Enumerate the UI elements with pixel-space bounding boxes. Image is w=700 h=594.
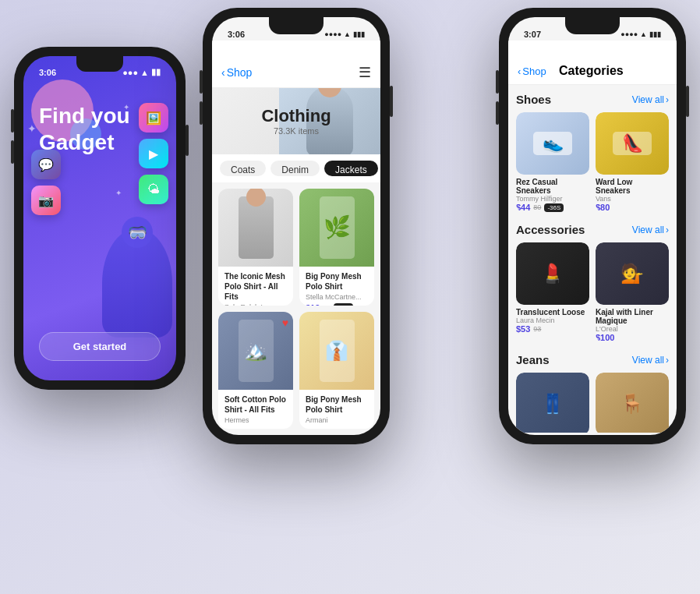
product-card-4: 👔 Big Pony Mesh Polo Shirt Armani xyxy=(299,312,374,429)
jeans-items: 👖 Kajal with Liner Magique L'Oreal $93 xyxy=(516,373,669,433)
accessories-view-all[interactable]: View all › xyxy=(632,225,669,235)
notch-right xyxy=(565,17,620,34)
product-brand-1: Polo Ralph Lauren xyxy=(224,303,287,306)
product-card-2: 🌿 Big Pony Mesh Polo Shirt Stella McCart… xyxy=(299,189,374,306)
signal-right: ●●●● ▲ ▮▮▮ xyxy=(620,30,661,38)
product-name-4: Big Pony Mesh Polo Shirt xyxy=(306,394,368,415)
product-brand-2: Stella McCartne... xyxy=(306,293,368,301)
acc-price-1: $53 93 xyxy=(516,324,589,334)
banner-text: Clothing 73.3K items xyxy=(261,106,331,136)
icon-camera: 📷 xyxy=(31,186,61,215)
signal-mid: ●●●● ▲ ▮▮▮ xyxy=(324,30,365,38)
icon-weather: 🌤 xyxy=(139,175,168,204)
product-price-2: $12 81 -69S xyxy=(306,303,368,306)
back-button-mid[interactable]: ‹ Shop xyxy=(221,66,252,79)
phone-right: 3:07 ●●●● ▲ ▮▮▮ ‹ Shop Categories xyxy=(499,8,686,444)
shoe-brand-2: Vans xyxy=(596,195,669,203)
filter-denim[interactable]: Denim xyxy=(270,161,320,176)
section-shoes: Shoes View all › 👟 Rez Casua xyxy=(516,93,669,212)
product-card-1: The Iconic Mesh Polo Shirt - All Fits Po… xyxy=(218,189,293,306)
filter-jackets[interactable]: Jackets xyxy=(324,161,378,176)
clothing-banner: Clothing 73.3K items xyxy=(212,88,380,154)
acc-brand-2: L'Oreal xyxy=(596,325,669,333)
shoes-title: Shoes xyxy=(516,93,551,106)
back-button-right[interactable]: ‹ Shop xyxy=(518,65,546,77)
product-name-2: Big Pony Mesh Polo Shirt xyxy=(306,271,368,292)
shoe-item-2: 👠 Ward Low Sneakers Vans $80 xyxy=(596,112,669,212)
heart-icon-3[interactable]: ♥ xyxy=(282,316,288,329)
section-accessories: Accessories View all › 💄 Tra xyxy=(516,223,669,342)
shoe-item-1: 👟 Rez Casual Sneakers Tommy Hilfiger $44… xyxy=(516,112,589,212)
acc-item-1: 💄 Translucent Loose Laura Mecin $53 93 xyxy=(516,242,589,342)
categories-title: Categories xyxy=(559,64,624,78)
vr-figure: 🥽 xyxy=(102,228,172,338)
back-chevron-right: ‹ xyxy=(518,65,521,77)
jeans-title: Jeans xyxy=(516,353,550,366)
signal-left: ●●● ▲ ▮▮ xyxy=(122,67,161,77)
acc-item-2: 💁 Kajal with Liner Magique L'Oreal $100 xyxy=(596,242,669,342)
time-mid: 3:06 xyxy=(228,30,245,39)
shoe-price-1: $44 80 -36S xyxy=(516,203,589,212)
product-info-4: Big Pony Mesh Polo Shirt Armani xyxy=(299,390,374,429)
time-right: 3:07 xyxy=(524,30,541,39)
jean-img-1: 👖 xyxy=(516,373,589,433)
section-jeans-header: Jeans View all › xyxy=(516,353,669,366)
menu-icon-mid[interactable]: ☰ xyxy=(359,64,371,81)
shoes-view-all[interactable]: View all › xyxy=(632,94,669,105)
jeans-view-all[interactable]: View all › xyxy=(632,355,669,366)
gadget-title: Find you Gadget xyxy=(39,103,161,155)
jean-item-2: 🪑 Krista Super Skinny HUDSON Jeans $93 xyxy=(596,373,669,433)
product-card-3: ♥ 🏔️ Soft Cotton Polo Shirt - All Fits H… xyxy=(218,312,293,429)
section-jeans: Jeans View all › 👖 Kajal wit xyxy=(516,353,669,433)
filter-tabs: Coats Denim Jackets xyxy=(212,154,380,182)
shoe-name-2: Ward Low Sneakers xyxy=(596,178,669,195)
filter-coats[interactable]: Coats xyxy=(220,161,266,176)
notch-mid xyxy=(269,17,323,34)
time-left: 3:06 xyxy=(39,68,56,77)
acc-price-2: $100 xyxy=(596,333,669,342)
phone-left: 3:06 ●●● ▲ ▮▮ 🖼️ ▶ 🌤 💬 📷 xyxy=(14,47,186,390)
shoes-items: 👟 Rez Casual Sneakers Tommy Hilfiger $44… xyxy=(516,112,669,212)
shoe-name-1: Rez Casual Sneakers xyxy=(516,178,589,195)
jean-item-1: 👖 Kajal with Liner Magique L'Oreal $93 xyxy=(516,373,589,433)
acc-img-1: 💄 xyxy=(516,242,589,305)
acc-name-1: Translucent Loose xyxy=(516,308,589,316)
back-chevron-mid: ‹ xyxy=(221,66,225,79)
acc-img-2: 💁 xyxy=(596,242,669,305)
banner-title: Clothing xyxy=(261,106,331,126)
shoe-img-1: 👟 xyxy=(516,112,589,175)
jean-img-2: 🪑 xyxy=(596,373,669,433)
acc-brand-1: Laura Mecin xyxy=(516,316,589,324)
product-img-4: 👔 xyxy=(299,312,374,390)
product-info-2: Big Pony Mesh Polo Shirt Stella McCartne… xyxy=(299,267,374,306)
product-name-3: Soft Cotton Polo Shirt - All Fits xyxy=(224,394,287,415)
categories-content: Shoes View all › 👟 Rez Casua xyxy=(508,85,677,433)
accessories-items: 💄 Translucent Loose Laura Mecin $53 93 xyxy=(516,242,669,342)
accessories-title: Accessories xyxy=(516,223,585,236)
section-accessories-header: Accessories View all › xyxy=(516,223,669,236)
shoe-price-2: $80 xyxy=(596,203,669,212)
product-img-2: 🌿 xyxy=(299,189,374,267)
banner-subtitle: 73.3K items xyxy=(261,126,331,136)
shop-header-mid: ‹ Shop ☰ xyxy=(212,41,380,88)
get-started-button[interactable]: Get started xyxy=(39,332,161,361)
acc-name-2: Kajal with Liner Magique xyxy=(596,308,669,325)
product-info-1: The Iconic Mesh Polo Shirt - All Fits Po… xyxy=(218,267,293,306)
shoe-img-2: 👠 xyxy=(596,112,669,175)
product-img-1 xyxy=(218,189,293,267)
product-info-3: Soft Cotton Polo Shirt - All Fits Hermes xyxy=(218,390,293,429)
categories-header: ‹ Shop Categories xyxy=(508,41,677,85)
section-shoes-header: Shoes View all › xyxy=(516,93,669,106)
shoe-brand-1: Tommy Hilfiger xyxy=(516,195,589,203)
notch-left xyxy=(76,56,123,72)
scene: 3:06 ●●● ▲ ▮▮ 🖼️ ▶ 🌤 💬 📷 xyxy=(0,0,700,594)
product-brand-3: Hermes xyxy=(224,416,287,424)
products-grid: The Iconic Mesh Polo Shirt - All Fits Po… xyxy=(212,182,380,435)
product-name-1: The Iconic Mesh Polo Shirt - All Fits xyxy=(224,271,287,302)
product-brand-4: Armani xyxy=(306,416,368,424)
phone-mid: 3:06 ●●●● ▲ ▮▮▮ ‹ Shop ☰ xyxy=(203,8,390,444)
